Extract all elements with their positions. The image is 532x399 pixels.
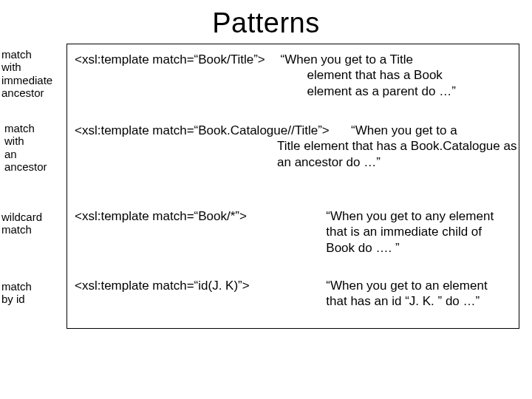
desc-line: “When you get to a [344, 123, 457, 137]
table-row: <xsl:template match=“id(J. K)”> “When yo… [67, 270, 519, 328]
table-row: <xsl:template match=“Book/Title”> “When … [67, 44, 519, 115]
label-any-ancestor: match with an ancestor [1, 122, 66, 211]
label-column: match with immediate ancestor match with… [0, 44, 66, 329]
label-word: an [4, 148, 66, 160]
desc-line: element that has a Book [281, 67, 511, 83]
description: “When you get to a Title element that ha… [330, 115, 528, 177]
desc-line: element as a parent do …” [281, 83, 511, 99]
label-word: ancestor [1, 86, 66, 99]
xsl-code: <xsl:template match=“id(J. K)”> [67, 270, 323, 301]
label-word: ancestor [4, 160, 66, 173]
description: “When you get to a Title element that ha… [278, 44, 519, 106]
table-row: <xsl:template match=“Book/*”> “When you … [67, 201, 519, 270]
table-row: <xsl:template match=“Book.Catalogue//Tit… [67, 115, 519, 201]
description: “When you get to any element that is an … [323, 201, 519, 263]
label-word: match [1, 48, 66, 61]
label-wildcard: wildcard match [1, 211, 66, 280]
label-word: with [1, 61, 66, 73]
desc-line: “When you get to a Title [281, 52, 414, 66]
label-word: match [1, 280, 66, 293]
label-by-id: match by id [1, 280, 66, 306]
label-word: match [4, 122, 66, 134]
label-word: by id [1, 293, 66, 305]
content-area: match with immediate ancestor match with… [0, 44, 532, 329]
page-title: Patterns [0, 0, 532, 44]
label-word: with [4, 134, 66, 147]
desc-line: Title element that has a Book.Catalogue … [277, 138, 521, 170]
xsl-code: <xsl:template match=“Book/*”> [67, 201, 323, 231]
pattern-table: <xsl:template match=“Book/Title”> “When … [66, 44, 519, 329]
label-word: wildcard [1, 211, 66, 223]
xsl-code: <xsl:template match=“Book/Title”> [67, 44, 278, 75]
description: “When you get to an element that has an … [323, 270, 519, 317]
label-immediate-ancestor: match with immediate ancestor [1, 48, 66, 122]
label-word: immediate [1, 74, 66, 86]
label-word: match [1, 223, 66, 236]
slide: Patterns match with immediate ancestor m… [0, 0, 532, 399]
